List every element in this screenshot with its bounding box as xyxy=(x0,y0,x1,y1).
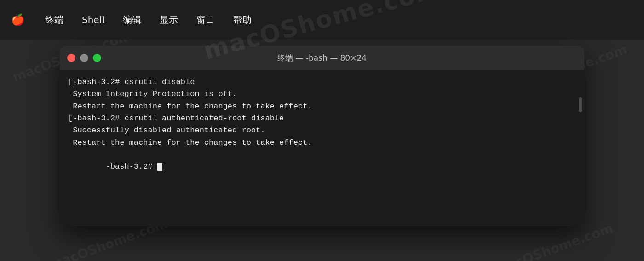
watermark-4: macOShome.com xyxy=(493,221,615,261)
menu-item-terminal[interactable]: 终端 xyxy=(42,12,66,28)
maximize-button[interactable] xyxy=(93,54,101,62)
menu-item-view[interactable]: 显示 xyxy=(157,12,181,28)
apple-menu-item[interactable]: 🍎 xyxy=(8,11,28,28)
terminal-line-5: Successfully disabled authenticated root… xyxy=(68,125,576,136)
cursor xyxy=(157,163,162,171)
traffic-lights xyxy=(67,54,101,62)
terminal-content[interactable]: [-bash-3.2# csrutil disable System Integ… xyxy=(60,70,584,226)
terminal-window: 终端 — -bash — 80×24 [-bash-3.2# csrutil d… xyxy=(60,46,584,226)
terminal-title: 终端 — -bash — 80×24 xyxy=(277,53,367,63)
terminal-line-2: System Integrity Protection is off. xyxy=(68,88,576,100)
menu-item-window[interactable]: 窗口 xyxy=(194,12,218,28)
terminal-line-1: [-bash-3.2# csrutil disable xyxy=(68,76,576,88)
terminal-line-6: Restart the machine for the changes to t… xyxy=(68,137,576,149)
scrollbar[interactable] xyxy=(579,97,582,112)
menu-item-help[interactable]: 帮助 xyxy=(230,12,254,28)
menubar: 🍎 终端 Shell 编辑 显示 窗口 帮助 macOShome.com xyxy=(0,0,644,40)
desktop: macOShome.com macOShome.com macOShome.co… xyxy=(0,40,644,261)
menu-item-shell[interactable]: Shell xyxy=(79,12,107,27)
terminal-line-3: Restart the machine for the changes to t… xyxy=(68,101,576,113)
close-button[interactable] xyxy=(67,54,75,62)
terminal-line-7: -bash-3.2# xyxy=(68,149,576,185)
minimize-button[interactable] xyxy=(80,54,88,62)
terminal-titlebar: 终端 — -bash — 80×24 xyxy=(60,46,584,70)
terminal-line-4: [-bash-3.2# csrutil authenticated-root d… xyxy=(68,113,576,125)
menu-item-edit[interactable]: 编辑 xyxy=(120,12,144,28)
